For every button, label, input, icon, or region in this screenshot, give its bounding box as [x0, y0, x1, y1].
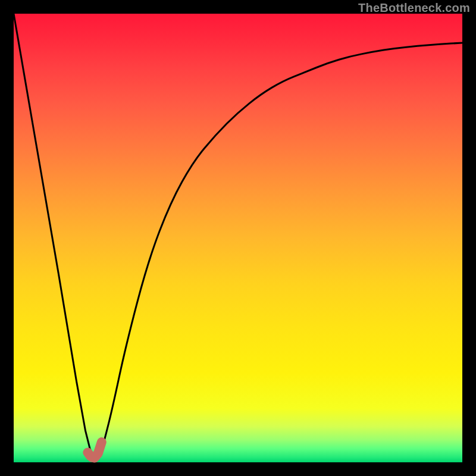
chart-frame: TheBottleneck.com	[0, 0, 476, 476]
watermark-text: TheBottleneck.com	[358, 1, 470, 15]
optimal-marker	[87, 442, 101, 458]
bottleneck-curve	[14, 14, 462, 458]
chart-plot-area	[14, 14, 462, 462]
chart-svg	[14, 14, 462, 462]
